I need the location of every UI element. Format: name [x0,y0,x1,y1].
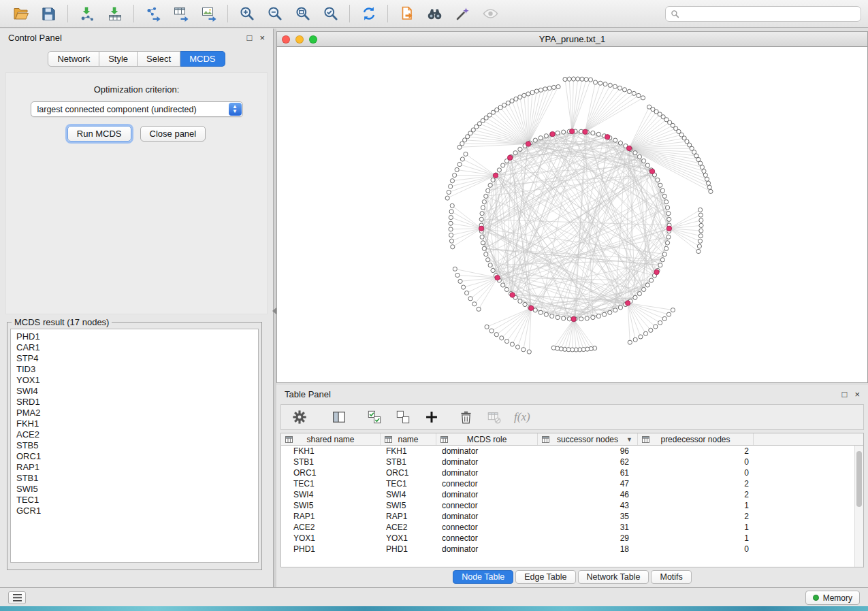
optimization-criterion-select[interactable]: largest connected component (undirected)… [31,101,243,117]
mcds-result-item[interactable]: PHD1 [16,331,258,342]
network-graph[interactable] [277,47,867,382]
mcds-result-item[interactable]: TID3 [16,364,258,375]
table-row[interactable]: FKH1FKH1dominator962 [281,446,854,457]
export-table-icon[interactable] [167,2,195,25]
table-row[interactable]: STB1STB1dominator620 [281,457,854,467]
export-image-icon[interactable] [195,2,223,25]
tab-style[interactable]: Style [99,51,138,67]
scrollbar-thumb[interactable] [856,451,862,507]
mcds-result-item[interactable]: SWI4 [16,386,258,397]
float-panel-icon[interactable]: □ [842,390,848,399]
zoom-out-icon[interactable] [261,2,289,25]
table-scrollbar[interactable] [854,446,863,567]
add-row-icon[interactable] [420,407,443,427]
table-panel-tabs: Node Table Edge Table Network Table Moti… [276,570,868,584]
column-header-mcds-role[interactable]: MCDS role [436,433,538,445]
mcds-result-item[interactable]: STB1 [16,473,258,484]
column-header-name[interactable]: name [381,433,436,445]
main-toolbar [0,0,868,28]
memory-button[interactable]: Memory [805,591,860,605]
mcds-result-item[interactable]: SRD1 [16,397,258,408]
mcds-result-item[interactable]: TEC1 [16,495,258,506]
table-cell: 0 [638,457,754,467]
status-menu-button[interactable] [8,591,26,604]
mcds-result-item[interactable]: ORC1 [16,451,258,462]
mcds-result-item[interactable]: PMA2 [16,408,258,418]
table-cell: FKH1 [381,446,436,456]
delete-table-icon[interactable] [483,407,506,427]
mcds-result-item[interactable]: YOX1 [16,375,258,386]
export-network-icon[interactable] [139,2,167,25]
network-titlebar[interactable]: YPA_prune.txt_1 [276,31,868,47]
zoom-in-icon[interactable] [233,2,261,25]
table-row[interactable]: SWI5SWI5connector431 [281,500,854,511]
mcds-result-item[interactable]: GCR1 [16,506,258,516]
node-table: shared name name MCDS role successor nod… [280,433,864,567]
mcds-result-list[interactable]: PHD1CAR1STP4TID3YOX1SWI4SRD1PMA2FKH1ACE2… [10,329,259,563]
mcds-result-item[interactable]: STP4 [16,353,258,364]
table-row[interactable]: YOX1YOX1connector291 [281,533,854,544]
tab-mcds[interactable]: MCDS [180,51,225,67]
tab-node-table[interactable]: Node Table [453,570,513,584]
search-icon [671,10,679,18]
open-file-icon[interactable] [7,2,35,25]
table-row[interactable]: TEC1TEC1connector472 [281,478,854,489]
column-header-filler [754,433,863,445]
select-all-icon[interactable] [363,407,386,427]
find-binoculars-icon[interactable] [421,2,449,25]
column-header-shared-name[interactable]: shared name [281,433,381,445]
tab-motifs[interactable]: Motifs [651,570,691,584]
show-columns-icon[interactable] [327,407,351,427]
table-cell: dominator [436,457,538,467]
window-zoom-icon[interactable] [309,35,317,44]
table-row[interactable]: ACE2ACE2connector311 [281,522,854,533]
optimization-criterion-label: Optimization criterion: [6,84,267,95]
close-panel-icon[interactable]: × [259,33,265,42]
table-cell: 2 [638,512,754,521]
float-panel-icon[interactable]: □ [247,33,253,42]
table-row[interactable]: ORC1ORC1dominator610 [281,467,854,478]
settings-gear-icon[interactable] [288,407,311,427]
window-minimize-icon[interactable] [295,35,304,44]
mcds-result-item[interactable]: CAR1 [16,342,258,353]
mcds-result-item[interactable]: SWI5 [16,484,258,495]
apply-function-icon[interactable]: f(x) [511,410,530,424]
table-row[interactable]: PHD1PHD1dominator180 [281,544,854,555]
zoom-selected-icon[interactable] [317,2,344,25]
table-row[interactable]: SWI4SWI4dominator462 [281,489,854,500]
table-cell: 2 [638,490,754,499]
search-input[interactable] [683,9,856,18]
save-icon[interactable] [35,2,63,25]
window-close-icon[interactable] [282,35,290,44]
refresh-icon[interactable] [355,2,383,25]
table-cell: 0 [638,468,754,478]
tab-network[interactable]: Network [48,51,99,67]
column-header-successor-nodes[interactable]: successor nodes ▼ [538,433,638,445]
close-panel-icon[interactable]: × [854,390,860,399]
table-panel-title: Table Panel [285,389,331,399]
table-cell: 18 [538,544,638,554]
table-toolbar: f(x) [280,404,864,430]
table-cell: 61 [538,468,638,478]
table-cell: ORC1 [381,468,436,478]
zoom-fit-icon[interactable] [289,2,317,25]
tab-edge-table[interactable]: Edge Table [515,570,575,584]
mcds-result-item[interactable]: RAP1 [16,462,258,473]
mcds-result-item[interactable]: ACE2 [16,429,258,440]
tab-network-table[interactable]: Network Table [578,570,649,584]
table-row[interactable]: RAP1RAP1dominator352 [281,511,854,522]
tab-select[interactable]: Select [138,51,180,67]
run-mcds-button[interactable]: Run MCDS [67,126,131,142]
mcds-result-item[interactable]: STB5 [16,440,258,451]
import-table-icon[interactable] [101,2,129,25]
close-panel-button[interactable]: Close panel [140,126,206,142]
show-hide-eye-icon[interactable] [477,2,504,25]
column-header-predecessor-nodes[interactable]: predecessor nodes [638,433,754,445]
mcds-result-item[interactable]: FKH1 [16,418,258,429]
import-network-icon[interactable] [73,2,101,25]
network-canvas[interactable] [276,47,868,383]
style-wand-icon[interactable] [449,2,477,25]
deselect-all-icon[interactable] [391,407,415,427]
copy-document-icon[interactable] [393,2,421,25]
delete-row-icon[interactable] [454,407,477,427]
